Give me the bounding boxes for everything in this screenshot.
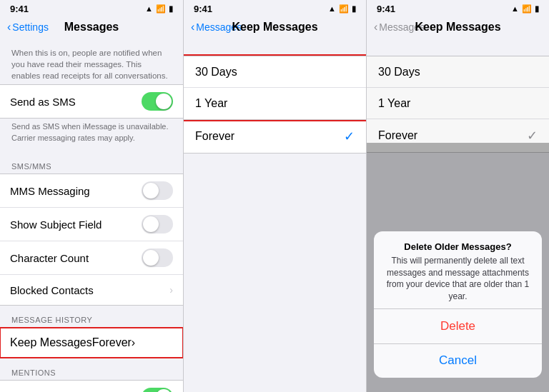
character-count-row[interactable]: Character Count: [0, 241, 183, 275]
back-button-1[interactable]: ‹ Settings: [7, 21, 49, 34]
wifi-icon-2: 📶: [339, 4, 349, 14]
nav-title-2: Keep Messages: [232, 21, 317, 34]
chevron-back-icon-1: ‹: [7, 21, 11, 34]
keep-messages-value: Forever: [92, 336, 132, 349]
status-bar-3: 9:41 ▲ 📶 ▮: [367, 0, 549, 16]
panel-messages-settings: 9:41 ▲ 📶 ▮ ‹ Settings Messages When this…: [0, 0, 183, 392]
dialog-message: This will permanently delete all text me…: [385, 255, 530, 303]
option-1year-3: 1 Year: [367, 88, 549, 119]
dialog-overlay: Delete Older Messages? This will permane…: [367, 143, 549, 392]
nav-title-3: Keep Messages: [415, 21, 500, 34]
option-30days-3: 30 Days: [367, 56, 549, 88]
send-as-sms-label: Send as SMS: [10, 96, 142, 108]
signal-icon: ▲: [145, 4, 153, 13]
forever-check-icon: ✓: [344, 129, 355, 144]
chevron-back-icon-3: ‹: [374, 21, 377, 34]
send-as-sms-desc: Send as SMS when iMessage is unavailable…: [0, 119, 183, 152]
send-as-sms-group: Send as SMS: [0, 84, 183, 119]
send-as-sms-toggle[interactable]: [142, 92, 173, 111]
nav-bar-3: ‹ Messages Keep Messages: [367, 16, 549, 41]
status-bar-2: 9:41 ▲ 📶 ▮: [184, 0, 366, 16]
toggle-knob: [156, 94, 172, 109]
status-icons-1: ▲ 📶 ▮: [145, 4, 173, 14]
show-subject-toggle[interactable]: [142, 215, 173, 233]
nav-title-1: Messages: [64, 21, 119, 34]
time-1: 9:41: [10, 4, 29, 14]
wifi-icon: 📶: [156, 4, 166, 14]
option-1year-label: 1 Year: [195, 97, 355, 110]
sms-mms-header: SMS/MMS: [0, 152, 183, 174]
option-forever-label-3: Forever: [378, 129, 527, 142]
signal-icon-2: ▲: [328, 4, 336, 13]
mms-messaging-toggle[interactable]: [142, 181, 173, 200]
keep-option-forever-group: Forever ✓: [184, 120, 366, 154]
history-group: Keep Messages Forever ›: [0, 327, 183, 358]
show-subject-row[interactable]: Show Subject Field: [0, 208, 183, 241]
delete-older-messages-dialog: Delete Older Messages? This will permane…: [374, 231, 542, 378]
top-description: When this is on, people are notified whe…: [0, 41, 183, 84]
panel-keep-messages-dialog: 9:41 ▲ 📶 ▮ ‹ Messages Keep Messages 30 D…: [366, 0, 549, 392]
battery-icon: ▮: [169, 4, 173, 14]
forever-check-icon-3: ✓: [527, 128, 538, 144]
status-icons-3: ▲ 📶 ▮: [511, 4, 539, 14]
nav-bar-1: ‹ Settings Messages: [0, 16, 183, 41]
blocked-contacts-label: Blocked Contacts: [10, 284, 169, 296]
character-count-toggle[interactable]: [142, 248, 173, 267]
keep-options-group-3: 30 Days 1 Year Forever ✓: [367, 56, 549, 153]
dialog-title-area: Delete Older Messages? This will permane…: [374, 231, 542, 308]
option-forever[interactable]: Forever ✓: [184, 120, 366, 153]
dialog-title: Delete Older Messages?: [385, 241, 530, 252]
sms-mms-group: MMS Messaging Show Subject Field Charact…: [0, 174, 183, 306]
notify-me-toggle[interactable]: [142, 388, 173, 392]
character-count-label: Character Count: [10, 252, 142, 264]
mms-messaging-label: MMS Messaging: [10, 185, 142, 197]
nav-bar-2: ‹ Messages Keep Messages: [184, 16, 366, 41]
send-as-sms-row: Send as SMS: [0, 85, 183, 118]
option-30days-label-3: 30 Days: [378, 66, 538, 79]
keep-options-30days-1year: 30 Days 1 Year: [184, 56, 366, 120]
toggle-knob-mms: [143, 183, 159, 198]
mms-messaging-row[interactable]: MMS Messaging: [0, 174, 183, 208]
option-1year[interactable]: 1 Year: [184, 88, 366, 119]
cancel-button[interactable]: Cancel: [374, 343, 542, 378]
keep-messages-chevron: ›: [132, 336, 135, 349]
mentions-group: Notify Me: [0, 380, 183, 392]
status-bar-1: 9:41 ▲ 📶 ▮: [0, 0, 183, 16]
mentions-header: MENTIONS: [0, 358, 183, 380]
delete-button[interactable]: Delete: [374, 309, 542, 343]
option-30days-label: 30 Days: [195, 66, 355, 79]
status-icons-2: ▲ 📶 ▮: [328, 4, 356, 14]
option-1year-label-3: 1 Year: [378, 97, 538, 110]
battery-icon-3: ▮: [535, 4, 539, 14]
keep-messages-label: Keep Messages: [10, 336, 92, 349]
history-header: MESSAGE HISTORY: [0, 306, 183, 327]
time-2: 9:41: [194, 4, 212, 14]
content-2: 30 Days 1 Year Forever ✓: [184, 41, 366, 392]
show-subject-label: Show Subject Field: [10, 218, 142, 231]
option-30days[interactable]: 30 Days: [184, 56, 366, 88]
content-1: When this is on, people are notified whe…: [0, 41, 183, 392]
option-forever-label: Forever: [195, 130, 344, 143]
chevron-right-icon: ›: [169, 284, 173, 296]
wifi-icon-3: 📶: [522, 4, 532, 14]
signal-icon-3: ▲: [511, 4, 519, 13]
panel-keep-messages: 9:41 ▲ 📶 ▮ ‹ Messages Keep Messages 30 D…: [183, 0, 366, 392]
time-3: 9:41: [377, 4, 395, 14]
keep-messages-row[interactable]: Keep Messages Forever ›: [0, 328, 183, 358]
notify-me-row[interactable]: Notify Me: [0, 381, 183, 392]
chevron-back-icon-2: ‹: [191, 21, 194, 34]
toggle-knob-notify: [156, 389, 172, 392]
toggle-knob-subject: [143, 216, 159, 232]
toggle-knob-char: [143, 250, 159, 266]
back-label-1: Settings: [12, 21, 49, 33]
blocked-contacts-row[interactable]: Blocked Contacts ›: [0, 275, 183, 305]
battery-icon-2: ▮: [352, 4, 356, 14]
